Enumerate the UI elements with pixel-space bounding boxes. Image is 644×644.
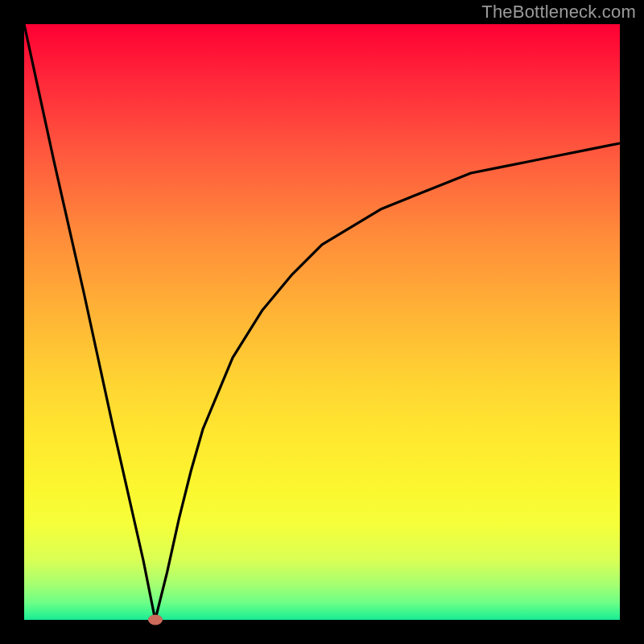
- plot-area: [24, 24, 620, 620]
- watermark-text: TheBottleneck.com: [481, 2, 636, 23]
- optimum-marker: [148, 615, 163, 625]
- chart-frame: TheBottleneck.com: [0, 0, 644, 644]
- bottleneck-curve: [24, 24, 620, 620]
- curve-line: [24, 24, 620, 620]
